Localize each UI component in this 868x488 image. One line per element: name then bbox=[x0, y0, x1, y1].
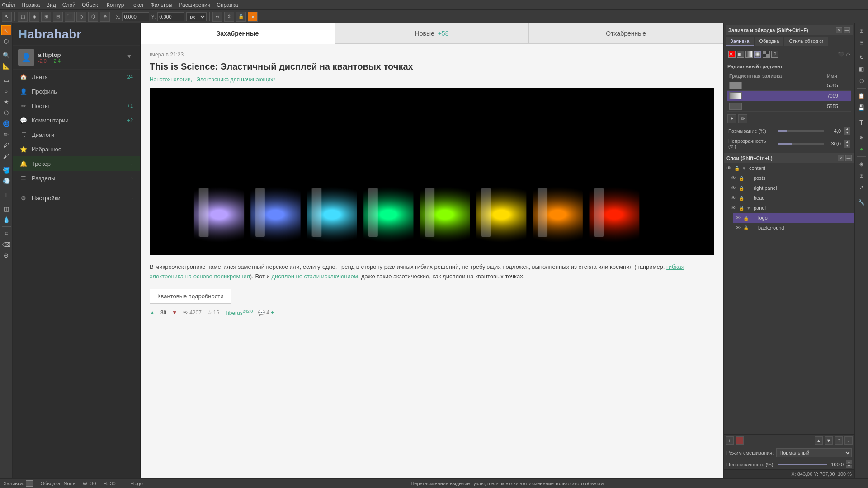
panel-close-btn[interactable]: × bbox=[836, 27, 842, 33]
far-btn-symbols[interactable]: ⬡ bbox=[856, 75, 867, 86]
layer-lock-background[interactable]: 🔒 bbox=[743, 225, 749, 231]
toolbar-x-input[interactable] bbox=[122, 12, 149, 21]
fill-type-none[interactable]: ✕ bbox=[728, 51, 736, 58]
layer-lock-panel[interactable]: 🔒 bbox=[738, 205, 745, 211]
gradient-row-1[interactable]: 5085 bbox=[727, 80, 851, 91]
layer-eye-right-panel[interactable]: 👁 bbox=[730, 185, 736, 191]
tool-zoom2[interactable]: ⊕ bbox=[1, 250, 11, 260]
toolbar-btn-5[interactable]: ⬛ bbox=[65, 12, 75, 22]
nav-item-posts[interactable]: ✏ Посты +1 bbox=[13, 99, 140, 113]
nav-item-dialogs[interactable]: 🗨 Диалоги bbox=[13, 127, 140, 142]
layer-eye-background[interactable]: 👁 bbox=[735, 225, 741, 231]
layer-item-background[interactable]: 👁 🔒 ▶ background bbox=[733, 223, 854, 233]
far-btn-path2[interactable]: ⊞ bbox=[856, 170, 867, 181]
toolbar-flip-v[interactable]: ⇕ bbox=[224, 12, 234, 22]
blur-up-btn[interactable]: ▲ bbox=[844, 127, 850, 131]
menu-layer[interactable]: Слой bbox=[62, 2, 75, 8]
tab-othab[interactable]: Отхабренные bbox=[529, 23, 723, 43]
toolbar-btn-7[interactable]: ⬡ bbox=[88, 12, 98, 22]
layer-eye-content[interactable]: 👁 bbox=[726, 165, 732, 171]
layer-lock-logo[interactable]: 🔒 bbox=[743, 215, 749, 221]
layers-top-btn[interactable]: ⤒ bbox=[835, 436, 843, 445]
fill-type-solid[interactable]: ■ bbox=[737, 51, 744, 58]
tool-measure[interactable]: 📐 bbox=[1, 61, 11, 71]
tool-pen[interactable]: 🖊 bbox=[1, 140, 11, 150]
tool-star[interactable]: ★ bbox=[1, 97, 11, 107]
tab-zahab[interactable]: Захабренные bbox=[141, 23, 335, 44]
toolbar-btn-8[interactable]: ⊕ bbox=[100, 12, 110, 22]
far-btn-export2[interactable]: ↗ bbox=[856, 182, 867, 193]
article-tag-nano[interactable]: Нанотехнологии, bbox=[150, 76, 192, 83]
layer-eye-panel[interactable]: 👁 bbox=[730, 205, 736, 211]
layer-lock-posts[interactable]: 🔒 bbox=[738, 175, 745, 181]
tool-rect[interactable]: ▭ bbox=[1, 75, 11, 85]
comments-stat[interactable]: 💬 4 + bbox=[258, 310, 274, 316]
layer-arrow-panel[interactable]: ▼ bbox=[746, 206, 752, 211]
stars-stat[interactable]: ☆ 16 bbox=[207, 310, 219, 316]
vote-down-btn[interactable]: ▼ bbox=[172, 310, 177, 316]
layers-down-btn[interactable]: ▼ bbox=[825, 436, 833, 445]
article-link2[interactable]: дисплеи не стали исключением bbox=[271, 273, 358, 280]
settings-item[interactable]: ⚙ Настройки › bbox=[13, 191, 140, 205]
gradient-row-2[interactable]: 7009 bbox=[727, 91, 851, 101]
tool-gradient[interactable]: ◫ bbox=[1, 204, 11, 214]
layers-del-btn[interactable]: — bbox=[736, 436, 744, 445]
layers-min-btn[interactable]: — bbox=[845, 155, 852, 161]
layer-item-right-panel[interactable]: 👁 🔒 ▶ right.panel bbox=[728, 183, 854, 193]
menu-object[interactable]: Объект bbox=[82, 2, 100, 8]
far-btn-T[interactable]: T bbox=[856, 117, 867, 128]
toolbar-select-btn[interactable]: ↖ bbox=[2, 12, 12, 22]
nav-item-tracker[interactable]: 🔔 Трекер › bbox=[13, 156, 140, 171]
layer-eye-head[interactable]: 👁 bbox=[730, 195, 736, 201]
tool-connector[interactable]: ⌗ bbox=[1, 229, 11, 239]
far-btn-transform[interactable]: ↻ bbox=[856, 52, 867, 63]
layer-eye-posts[interactable]: 👁 bbox=[730, 175, 736, 181]
far-btn-filter[interactable]: ⊕ bbox=[856, 132, 867, 143]
author-link[interactable]: Tiberus242,0 bbox=[225, 309, 253, 316]
layers-up-btn[interactable]: ▲ bbox=[815, 436, 823, 445]
menu-filters[interactable]: Фильтры bbox=[151, 2, 173, 8]
toolbar-btn-3[interactable]: ⊞ bbox=[41, 12, 51, 22]
tab-fill[interactable]: Заливка bbox=[726, 37, 754, 46]
tool-calligraphy[interactable]: 🖌 bbox=[1, 151, 11, 161]
article-tag-electro[interactable]: Электроника для начинающих* bbox=[196, 76, 275, 83]
btn-quantum-details[interactable]: Квантовые подробности bbox=[150, 289, 231, 304]
tool-zoom[interactable]: 🔍 bbox=[1, 50, 11, 60]
fill-type-linear[interactable] bbox=[745, 51, 753, 58]
gradient-row-3[interactable]: 5555 bbox=[727, 101, 851, 112]
gradient-edit-btn[interactable]: ✏ bbox=[738, 114, 747, 123]
far-btn-color[interactable]: ● bbox=[856, 144, 867, 155]
nav-item-sections[interactable]: ☰ Разделы › bbox=[13, 171, 140, 185]
menu-help[interactable]: Справка bbox=[217, 2, 238, 8]
tool-circle[interactable]: ○ bbox=[1, 86, 11, 96]
tool-select[interactable]: ↖ bbox=[1, 25, 11, 35]
tab-stroke-style[interactable]: Стиль обводки bbox=[784, 37, 828, 46]
layers-bottom-btn[interactable]: ⤓ bbox=[844, 436, 853, 445]
toolbar-btn-6[interactable]: ◇ bbox=[76, 12, 86, 22]
layers-opacity-bar[interactable] bbox=[778, 464, 828, 465]
layer-item-posts[interactable]: 👁 🔒 ▶ posts bbox=[728, 173, 854, 183]
tool-spiral[interactable]: 🌀 bbox=[1, 118, 11, 128]
far-btn-xml[interactable]: ⊞ bbox=[856, 25, 867, 36]
nav-item-lenta[interactable]: 🏠 Лента +24 bbox=[13, 70, 140, 84]
layer-item-content[interactable]: 👁 🔒 ▼ content bbox=[724, 163, 854, 173]
nav-item-comments[interactable]: 💬 Комментарии +2 bbox=[13, 113, 140, 127]
tool-dropper[interactable]: 💧 bbox=[1, 215, 11, 225]
nav-item-favorites[interactable]: ⭐ Избранное bbox=[13, 142, 140, 156]
layers-opacity-down-btn[interactable]: ▼ bbox=[846, 465, 852, 468]
tool-spray[interactable]: 💨 bbox=[1, 176, 11, 186]
layer-eye-logo[interactable]: 👁 bbox=[735, 215, 741, 221]
blur-down-btn[interactable]: ▼ bbox=[844, 131, 850, 135]
layer-arrow-content[interactable]: ▼ bbox=[742, 166, 747, 171]
layer-item-logo[interactable]: 👁 🔒 ▶ logo bbox=[733, 213, 854, 223]
far-btn-paste[interactable]: 📋 bbox=[856, 90, 867, 101]
fill-type-pattern[interactable] bbox=[763, 51, 770, 58]
vote-up-btn[interactable]: ▲ bbox=[150, 310, 155, 316]
menu-extensions[interactable]: Расширения bbox=[179, 2, 210, 8]
tab-novye[interactable]: Новые +58 bbox=[335, 23, 529, 43]
tool-text[interactable]: T bbox=[1, 190, 11, 200]
tool-paint[interactable]: 🪣 bbox=[1, 165, 11, 175]
layers-blend-select[interactable]: Нормальный bbox=[776, 448, 852, 457]
nav-item-profile[interactable]: 👤 Профиль bbox=[13, 84, 140, 99]
menu-file[interactable]: Файл bbox=[2, 2, 15, 8]
